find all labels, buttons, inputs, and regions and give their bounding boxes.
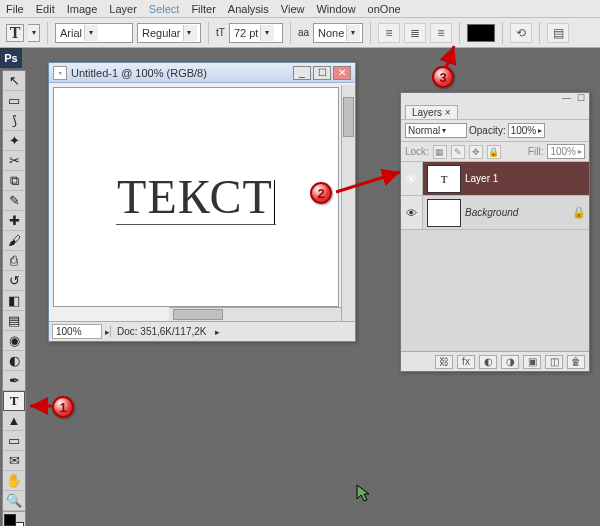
layer-style-button[interactable]: fx <box>457 355 475 369</box>
tool-preset-dropdown[interactable]: ▾ <box>28 24 40 42</box>
document-canvas[interactable]: ТЕКСТ <box>53 87 339 307</box>
text-color-swatch[interactable] <box>467 24 495 42</box>
layers-tab[interactable]: Layers × <box>405 105 458 119</box>
layer-row[interactable]: 👁 Background 🔒 <box>401 196 589 230</box>
pen-tool[interactable]: ✒ <box>3 371 25 391</box>
shape-tool[interactable]: ▭ <box>3 431 25 451</box>
eraser-tool[interactable]: ◧ <box>3 291 25 311</box>
gradient-tool[interactable]: ▤ <box>3 311 25 331</box>
blur-tool[interactable]: ◉ <box>3 331 25 351</box>
lock-image-icon[interactable]: ✎ <box>451 145 465 159</box>
arrow-1 <box>26 394 54 420</box>
delete-layer-button[interactable]: 🗑 <box>567 355 585 369</box>
type-tool[interactable]: T <box>3 391 25 411</box>
antialias-icon: aa <box>298 27 309 38</box>
visibility-toggle[interactable]: 👁 <box>401 162 423 195</box>
adjustment-layer-button[interactable]: ◑ <box>501 355 519 369</box>
opacity-input[interactable]: 100% ▸ <box>508 123 546 138</box>
text-layer-content[interactable]: ТЕКСТ <box>116 169 276 225</box>
menu-view[interactable]: View <box>281 3 305 15</box>
marquee-tool[interactable]: ▭ <box>3 91 25 111</box>
horizontal-scrollbar[interactable] <box>169 307 341 321</box>
lock-all-icon[interactable]: 🔒 <box>487 145 501 159</box>
typed-text: ТЕКСТ <box>117 170 273 223</box>
lock-fill-row: Lock: ▦ ✎ ✥ 🔒 Fill: 100% ▸ <box>401 142 589 162</box>
visibility-toggle[interactable]: 👁 <box>401 196 423 229</box>
scroll-thumb[interactable] <box>173 309 223 320</box>
menu-onone[interactable]: onOne <box>368 3 401 15</box>
history-brush-tool[interactable]: ↺ <box>3 271 25 291</box>
color-picker[interactable] <box>3 511 25 526</box>
warp-text-button[interactable]: ⟲ <box>510 23 532 43</box>
move-tool[interactable]: ↖ <box>3 71 25 91</box>
layer-mask-button[interactable]: ◐ <box>479 355 497 369</box>
menu-analysis[interactable]: Analysis <box>228 3 269 15</box>
brush-tool[interactable]: 🖌 <box>3 231 25 251</box>
callout-2: 2 <box>310 182 332 204</box>
chevron-down-icon: ▾ <box>260 25 274 41</box>
menu-layer[interactable]: Layer <box>109 3 137 15</box>
maximize-button[interactable]: ☐ <box>313 66 331 80</box>
layer-name[interactable]: Layer 1 <box>465 173 589 184</box>
menu-image[interactable]: Image <box>67 3 98 15</box>
menu-edit[interactable]: Edit <box>36 3 55 15</box>
eyedropper-tool[interactable]: ✎ <box>3 191 25 211</box>
scroll-thumb[interactable] <box>343 97 354 137</box>
font-size-value: 72 pt <box>234 27 260 39</box>
notes-tool[interactable]: ✉ <box>3 451 25 471</box>
align-center-button[interactable]: ≣ <box>404 23 426 43</box>
panel-minimize-icon[interactable]: — <box>562 93 571 101</box>
fill-input[interactable]: 100% ▸ <box>547 144 585 159</box>
link-layers-button[interactable]: ⛓ <box>435 355 453 369</box>
character-panel-button[interactable]: ▤ <box>547 23 569 43</box>
healing-brush-tool[interactable]: ✚ <box>3 211 25 231</box>
align-left-button[interactable]: ≡ <box>378 23 400 43</box>
layer-thumbnail[interactable]: T <box>427 165 461 193</box>
svg-line-2 <box>446 46 454 68</box>
font-size-select[interactable]: 72 pt ▾ <box>229 23 283 43</box>
document-info: Doc: 351,6K/117,2K <box>110 326 213 337</box>
align-right-button[interactable]: ≡ <box>430 23 452 43</box>
panel-close-icon[interactable]: ☐ <box>577 93 585 101</box>
layer-row[interactable]: 👁 T Layer 1 <box>401 162 589 196</box>
menu-file[interactable]: File <box>6 3 24 15</box>
font-family-select[interactable]: Arial ▾ <box>55 23 133 43</box>
zoom-input[interactable]: 100% <box>52 324 102 339</box>
lock-transparent-icon[interactable]: ▦ <box>433 145 447 159</box>
fg-bg-swatch[interactable] <box>4 514 24 526</box>
vertical-scrollbar[interactable] <box>341 85 355 321</box>
menu-window[interactable]: Window <box>316 3 355 15</box>
menu-filter[interactable]: Filter <box>191 3 215 15</box>
dodge-tool[interactable]: ◐ <box>3 351 25 371</box>
document-statusbar: 100% ▸ Doc: 351,6K/117,2K ▸ <box>49 321 355 341</box>
new-layer-button[interactable]: ◫ <box>545 355 563 369</box>
opacity-label: Opacity: <box>469 125 506 136</box>
slice-tool[interactable]: ⧉ <box>3 171 25 191</box>
chevron-down-icon: ▾ <box>183 25 197 41</box>
zoom-tool[interactable]: 🔍 <box>3 491 25 511</box>
blend-mode-select[interactable]: Normal ▾ <box>405 123 467 138</box>
lock-position-icon[interactable]: ✥ <box>469 145 483 159</box>
crop-tool[interactable]: ✂ <box>3 151 25 171</box>
chevron-right-icon: ▸ <box>578 147 582 156</box>
hand-tool[interactable]: ✋ <box>3 471 25 491</box>
chevron-down-icon: ▾ <box>442 126 446 135</box>
layer-thumbnail[interactable] <box>427 199 461 227</box>
layer-name[interactable]: Background <box>465 207 569 218</box>
tool-preset-icon[interactable]: T <box>6 24 24 42</box>
lasso-tool[interactable]: ⟆ <box>3 111 25 131</box>
opacity-value: 100% <box>511 125 537 136</box>
blend-mode-value: Normal <box>408 125 440 136</box>
close-button[interactable]: ✕ <box>333 66 351 80</box>
clone-stamp-tool[interactable]: ⎙ <box>3 251 25 271</box>
menu-select[interactable]: Select <box>149 3 180 15</box>
foreground-color-swatch[interactable] <box>4 514 16 526</box>
path-selection-tool[interactable]: ▲ <box>3 411 25 431</box>
minimize-button[interactable]: _ <box>293 66 311 80</box>
toolbox: ↖ ▭ ⟆ ✦ ✂ ⧉ ✎ ✚ 🖌 ⎙ ↺ ◧ ▤ ◉ ◐ ✒ T ▲ ▭ ✉ … <box>2 70 26 526</box>
magic-wand-tool[interactable]: ✦ <box>3 131 25 151</box>
document-titlebar[interactable]: ▫ Untitled-1 @ 100% (RGB/8) _ ☐ ✕ <box>49 63 355 83</box>
font-style-select[interactable]: Regular ▾ <box>137 23 201 43</box>
group-button[interactable]: ▣ <box>523 355 541 369</box>
antialias-select[interactable]: None ▾ <box>313 23 363 43</box>
